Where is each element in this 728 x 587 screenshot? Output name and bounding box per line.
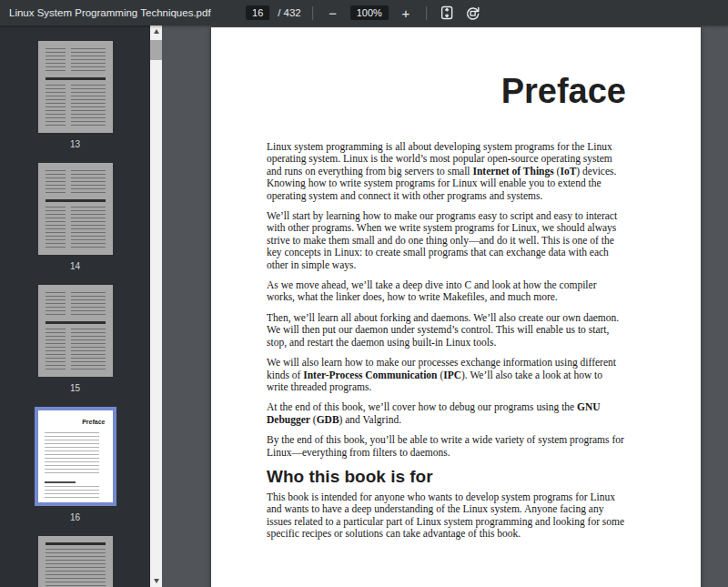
thumbnail-page-16-selected[interactable]: Preface 16 — [35, 407, 116, 522]
section-heading: Who this book is for — [267, 467, 626, 487]
page-count-label: / 432 — [278, 7, 301, 18]
thumbnail-page-17[interactable] — [38, 536, 113, 587]
document-title: Linux System Programming Techniques.pdf — [0, 7, 211, 18]
chapter-heading: Preface — [267, 73, 626, 109]
fit-to-page-icon[interactable] — [438, 4, 456, 22]
toolbar-divider — [312, 6, 313, 20]
thumbnail-label: 14 — [70, 261, 80, 271]
zoom-out-button[interactable]: − — [324, 4, 342, 22]
thumbnail-image[interactable] — [38, 41, 113, 133]
scroll-down-arrow-icon[interactable] — [150, 575, 162, 587]
paragraph: Then, we’ll learn all about forking and … — [267, 312, 626, 349]
thumbnail-page-14[interactable]: 14 — [38, 163, 113, 271]
page-number-input[interactable] — [246, 5, 269, 20]
main-content: 13 14 15 Preface 16 P — [0, 25, 728, 587]
toolbar-controls: / 432 − 100% + — [246, 0, 482, 25]
pdf-viewer-area[interactable]: Preface Linux system programming is all … — [162, 25, 728, 587]
paragraph: Linux system programming is all about de… — [267, 141, 626, 202]
thumbnail-preface-text: Preface — [82, 419, 105, 425]
zoom-in-button[interactable]: + — [397, 4, 415, 22]
thumbnail-image[interactable] — [38, 285, 113, 377]
thumbnail-page-13[interactable]: 13 — [38, 41, 113, 149]
thumbnail-page-15[interactable]: 15 — [38, 285, 113, 393]
zoom-level-display: 100% — [350, 5, 389, 20]
thumbnail-image[interactable] — [38, 536, 113, 587]
thumbnail-sidebar: 13 14 15 Preface 16 — [0, 25, 150, 587]
scroll-up-arrow-icon[interactable] — [150, 25, 162, 37]
paragraph: As we move ahead, we’ll take a deep dive… — [267, 279, 626, 304]
scrollbar-thumb[interactable] — [150, 40, 162, 60]
toolbar-divider — [426, 6, 427, 20]
paragraph: We will also learn how to make our proce… — [267, 357, 626, 393]
pdf-page: Preface Linux system programming is all … — [211, 27, 701, 587]
thumbnail-image[interactable]: Preface — [38, 410, 113, 502]
paragraph: This book is intended for anyone who wan… — [267, 491, 626, 541]
thumbnail-image[interactable] — [38, 163, 113, 255]
paragraph: We’ll start by learning how to make our … — [267, 210, 626, 271]
sidebar-scrollbar[interactable] — [150, 25, 162, 587]
rotate-icon[interactable] — [464, 4, 482, 22]
thumbnail-label: 16 — [70, 512, 80, 522]
pdf-toolbar: Linux System Programming Techniques.pdf … — [0, 0, 728, 25]
thumbnail-label: 13 — [70, 139, 80, 149]
paragraph: By the end of this book, you’ll be able … — [267, 434, 626, 459]
paragraph: At the end of this book, we’ll cover how… — [267, 401, 626, 426]
thumbnail-selection-border: Preface — [35, 407, 116, 506]
thumbnail-label: 15 — [70, 383, 80, 393]
